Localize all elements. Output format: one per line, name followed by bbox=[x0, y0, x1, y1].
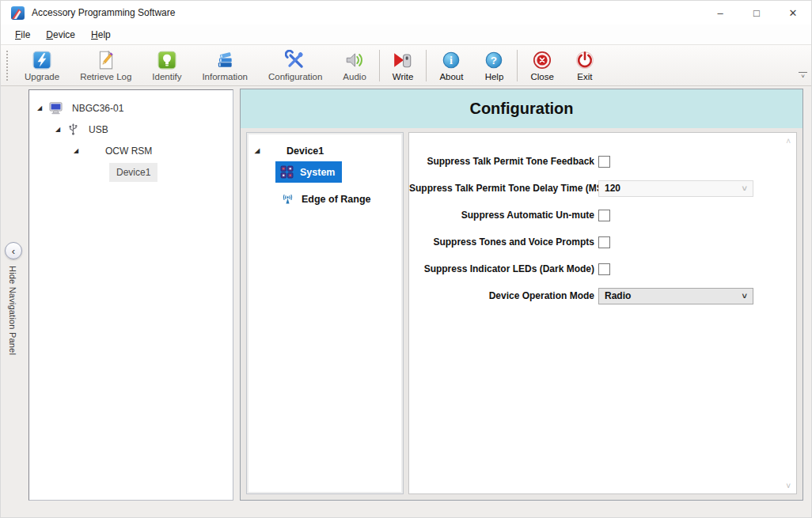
svg-text:i: i bbox=[450, 54, 453, 66]
dropdown-value: 120 bbox=[605, 183, 620, 194]
expander-icon[interactable]: ◢ bbox=[55, 127, 65, 133]
suppress-talk-permit-tone-feedback-checkbox[interactable] bbox=[598, 156, 610, 168]
suppress-automatic-unmute-checkbox[interactable] bbox=[598, 210, 610, 221]
identify-icon bbox=[157, 50, 177, 70]
settings-root-label[interactable]: Device1 bbox=[286, 146, 324, 157]
device-tree-panel: ◢ NBGC36-01 ◢ bbox=[28, 89, 233, 501]
talk-permit-tone-delay-dropdown[interactable]: 120 ˅ bbox=[598, 180, 753, 197]
upgrade-button[interactable]: Upgrade bbox=[14, 47, 70, 84]
information-button[interactable]: Information bbox=[192, 47, 258, 84]
usb-icon bbox=[66, 123, 80, 136]
tool-label: Upgrade bbox=[25, 72, 59, 81]
tool-label: About bbox=[439, 72, 463, 81]
identify-button[interactable]: Identify bbox=[142, 47, 192, 84]
settings-item-system[interactable]: System bbox=[247, 161, 403, 183]
tree-node-device1[interactable]: Device1 bbox=[29, 161, 233, 183]
retrieve-log-button[interactable]: Retrieve Log bbox=[70, 47, 142, 84]
settings-tree-panel: ◢ Device1 bbox=[246, 132, 404, 494]
settings-item-row[interactable]: Edge of Range bbox=[275, 187, 371, 210]
tool-label: Information bbox=[202, 72, 248, 81]
configuration-button[interactable]: Configuration bbox=[258, 47, 332, 84]
tree-node-ocw-rsm[interactable]: ◢ OCW RSM bbox=[29, 140, 233, 161]
navigation-collapse-strip: ‹ Hide Navigation Panel bbox=[1, 86, 27, 501]
expander-icon[interactable]: ◢ bbox=[255, 148, 264, 154]
scroll-up-icon[interactable]: ˄ bbox=[786, 137, 791, 146]
field-label: Suppress Automatic Un-mute bbox=[409, 210, 594, 221]
tree-node-label[interactable]: USB bbox=[85, 123, 112, 137]
write-button[interactable]: Write bbox=[382, 47, 424, 84]
form-row-suppress-indicator-leds: Suppress Indicator LEDs (Dark Mode) bbox=[409, 260, 796, 278]
field-label: Device Operation Mode bbox=[409, 290, 594, 301]
collapse-nav-button[interactable]: ‹ bbox=[5, 242, 22, 259]
configuration-body: ◢ Device1 bbox=[241, 128, 803, 500]
menu-file[interactable]: File bbox=[7, 27, 38, 43]
minimize-button[interactable]: – bbox=[702, 1, 738, 25]
settings-root-device1[interactable]: ◢ Device1 bbox=[247, 146, 403, 157]
help-button[interactable]: ? Help bbox=[473, 47, 514, 84]
tool-label: Help bbox=[485, 72, 504, 81]
tree-node-label[interactable]: OCW RSM bbox=[102, 144, 155, 158]
about-button[interactable]: i About bbox=[429, 47, 473, 84]
tree-node-usb[interactable]: ◢ USB bbox=[29, 119, 233, 140]
field-label: Suppress Indicator LEDs (Dark Mode) bbox=[409, 263, 594, 274]
close-button[interactable]: Close bbox=[520, 47, 563, 84]
window-title: Accessory Programming Software bbox=[32, 7, 175, 18]
tree-node-nbgc36[interactable]: ◢ NBGC36-01 bbox=[29, 97, 233, 119]
scroll-down-icon[interactable]: ˅ bbox=[786, 482, 791, 490]
window-controls: – □ ✕ bbox=[702, 1, 811, 25]
expander-icon[interactable]: ◢ bbox=[74, 148, 83, 154]
tool-label: Identify bbox=[152, 72, 181, 81]
tree-node-label[interactable]: NBGC36-01 bbox=[69, 101, 127, 115]
chevron-down-icon: ˅ bbox=[742, 184, 747, 193]
tool-label: Exit bbox=[577, 72, 592, 81]
content-area: ‹ Hide Navigation Panel ◢ NBGC36-01 ◢ bbox=[1, 86, 811, 517]
device-operation-mode-dropdown[interactable]: Radio ˅ bbox=[598, 288, 753, 304]
maximize-button[interactable]: □ bbox=[738, 1, 775, 25]
settings-item-label[interactable]: System bbox=[300, 167, 335, 178]
upgrade-icon bbox=[32, 50, 52, 70]
hide-navigation-label[interactable]: Hide Navigation Panel bbox=[8, 266, 17, 355]
tree-node-label[interactable]: Device1 bbox=[109, 163, 157, 182]
form-row-suppress-talk-permit-tone-feedback: Suppress Talk Permit Tone Feedback bbox=[409, 153, 796, 170]
close-icon bbox=[532, 50, 552, 70]
system-icon bbox=[280, 165, 294, 179]
app-logo-icon bbox=[11, 6, 25, 20]
expander-icon[interactable]: ◢ bbox=[37, 105, 47, 112]
menu-device[interactable]: Device bbox=[38, 27, 83, 43]
form-row-suppress-talk-permit-tone-delay: Suppress Talk Permit Tone Delay Time (MS… bbox=[409, 180, 796, 197]
settings-form-panel: ˄ Suppress Talk Permit Tone Feedback Sup… bbox=[408, 132, 797, 494]
toolbar-separator bbox=[379, 50, 380, 81]
suppress-tones-voice-prompts-checkbox[interactable] bbox=[598, 236, 610, 248]
settings-item-label[interactable]: Edge of Range bbox=[302, 194, 371, 205]
svg-text:?: ? bbox=[491, 54, 497, 66]
audio-button[interactable]: Audio bbox=[332, 47, 376, 84]
edge-of-range-icon bbox=[280, 191, 295, 206]
tool-label: Configuration bbox=[268, 72, 322, 81]
about-icon: i bbox=[441, 50, 461, 70]
menu-help[interactable]: Help bbox=[83, 27, 119, 43]
page-title: Configuration bbox=[241, 89, 803, 128]
suppress-indicator-leds-checkbox[interactable] bbox=[598, 263, 610, 275]
toolbar-overflow-button[interactable]: ˅ bbox=[799, 72, 807, 80]
field-label: Suppress Talk Permit Tone Feedback bbox=[409, 156, 594, 167]
computer-icon bbox=[48, 100, 63, 115]
exit-button[interactable]: Exit bbox=[564, 47, 605, 84]
selected-item-highlight[interactable]: System bbox=[275, 161, 342, 183]
menu-bar: File Device Help bbox=[1, 25, 811, 44]
settings-item-edge-of-range[interactable]: Edge of Range bbox=[247, 187, 403, 210]
help-icon: ? bbox=[484, 50, 504, 70]
exit-icon bbox=[575, 50, 595, 70]
close-window-button[interactable]: ✕ bbox=[775, 1, 811, 25]
field-label: Suppress Tones and Voice Prompts bbox=[409, 236, 594, 248]
write-icon bbox=[393, 50, 413, 70]
chevron-down-icon: ˅ bbox=[742, 292, 747, 301]
tool-label: Write bbox=[393, 72, 414, 81]
tool-label: Retrieve Log bbox=[80, 72, 131, 81]
toolbar-separator bbox=[517, 50, 518, 81]
tool-label: Audio bbox=[343, 72, 366, 81]
form-row-device-operation-mode: Device Operation Mode Radio ˅ bbox=[409, 287, 796, 304]
dropdown-value: Radio bbox=[605, 290, 631, 301]
audio-icon bbox=[344, 50, 365, 70]
toolbar-gripper[interactable] bbox=[6, 51, 9, 81]
tool-label: Close bbox=[530, 72, 553, 81]
